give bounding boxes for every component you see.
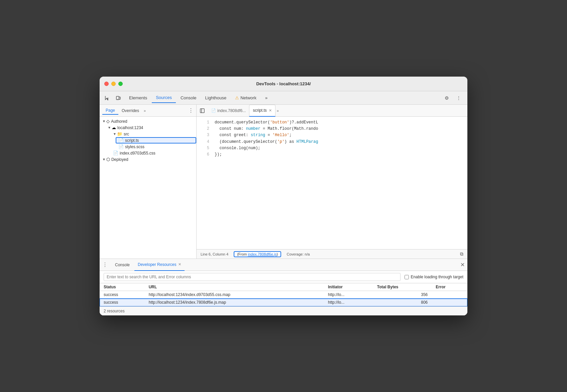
warning-icon: ⚠	[235, 95, 239, 100]
sourcemap-badge: (From index.7808df6e.js)	[234, 251, 281, 257]
open-in-icon[interactable]: ⧉	[460, 251, 463, 257]
code-text: const greet: string = 'Hello';	[215, 132, 292, 138]
sidebar-tab-bar: Page Overrides » ⋮	[100, 105, 196, 117]
code-line-6: 6 });	[197, 152, 467, 158]
tree-item-localhost[interactable]: ▼ ☁ localhost:1234	[105, 124, 196, 131]
search-bar: Enable loading through target	[100, 271, 467, 283]
file-tree: ▼ ◇ Authored ▼ ☁ localhost:1234 ▼ 📁 src	[100, 117, 196, 259]
search-input[interactable]	[104, 273, 401, 281]
tab-console[interactable]: Console	[177, 93, 201, 103]
line-number: 1	[199, 119, 209, 126]
enable-loading-label: Enable loading through target	[405, 275, 463, 279]
col-header-total-bytes: Total Bytes	[373, 283, 432, 291]
window-title: DevTools - localhost:1234/	[256, 81, 311, 86]
tree-item-script-ts[interactable]: 📄 script.ts	[116, 137, 196, 143]
code-tab-bar: 📄 index.7808df6... script.ts ✕ »	[197, 105, 467, 117]
bottom-tab-console[interactable]: Console	[112, 259, 133, 271]
file-scss-icon: 📄	[118, 144, 124, 149]
main-content: Page Overrides » ⋮ ▼ ◇ Authored	[100, 105, 467, 259]
tab-more[interactable]: »	[261, 93, 271, 103]
tab-elements[interactable]: Elements	[125, 93, 151, 103]
dev-resources-panel: Enable loading through target Status URL…	[100, 271, 467, 315]
close-bottom-panel-icon[interactable]: ✕	[460, 262, 465, 268]
triangle-icon: ▼	[102, 158, 106, 161]
line-number: 5	[199, 145, 209, 152]
devtools-tab-actions: ⚙ ⋮	[442, 93, 465, 103]
styles-scss-label: styles.scss	[125, 144, 144, 149]
settings-icon[interactable]: ⚙	[442, 93, 451, 103]
cursor-position: Line 6, Column 4	[201, 252, 228, 256]
tree-item-index-css[interactable]: 📄 index.d9703d55.css	[110, 150, 196, 156]
line-number: 3	[199, 132, 209, 138]
more-options-icon[interactable]: ⋮	[454, 93, 463, 103]
close-tab-icon[interactable]: ✕	[269, 108, 272, 113]
code-text: const num: number = Math.floor(Math.rand…	[215, 126, 318, 132]
table-header-row: Status URL Initiator Total Bytes Error	[100, 283, 467, 291]
devtools-window: DevTools - localhost:1234/ Elements Sour…	[100, 77, 467, 315]
index-css-label: index.d9703d55.css	[120, 151, 155, 156]
cursor-icon[interactable]	[102, 93, 112, 103]
code-text: document.querySelector('button')?.addEve…	[215, 119, 318, 126]
cloud-icon: ☁	[112, 125, 116, 130]
sourcemap-link[interactable]: index.7808df6e.js	[248, 252, 277, 256]
cell-error	[432, 291, 467, 299]
bottom-panel: ⋮ Console Developer Resources ✕ ✕ Enable…	[100, 259, 467, 315]
maximize-button[interactable]	[118, 82, 123, 86]
device-icon[interactable]	[114, 93, 123, 103]
minimize-button[interactable]	[111, 82, 116, 86]
resources-table: Status URL Initiator Total Bytes Error s…	[100, 283, 467, 306]
sidebar-options-icon[interactable]: ⋮	[188, 107, 194, 114]
code-tab-index[interactable]: 📄 index.7808df6...	[208, 105, 249, 117]
code-content: 1 document.querySelector('button')?.addE…	[197, 117, 467, 249]
cell-total-bytes: 356	[373, 291, 432, 299]
tab-network[interactable]: ⚠ Network	[231, 93, 260, 103]
tree-item-deployed[interactable]: ▼ ⬡ Deployed	[100, 156, 196, 163]
code-text: (document.querySelector('p') as HTMLPara…	[215, 139, 318, 145]
resources-count: 2 resources	[100, 306, 467, 315]
code-line-2: 2 const num: number = Math.floor(Math.ra…	[197, 126, 467, 132]
devtools-tab-bar: Elements Sources Console Lighthouse ⚠ Ne…	[100, 91, 467, 105]
sidebar-tab-overrides[interactable]: Overrides	[118, 107, 142, 114]
line-number: 6	[199, 152, 209, 158]
cell-status: success	[100, 299, 145, 306]
bottom-menu-icon[interactable]: ⋮	[102, 262, 108, 268]
col-header-url: URL	[145, 283, 324, 291]
cell-status: success	[100, 291, 145, 299]
folder-icon: 📁	[117, 131, 122, 136]
col-header-error: Error	[432, 283, 467, 291]
table-row[interactable]: success http://localhost:1234/index.d970…	[100, 291, 467, 299]
close-button[interactable]	[104, 82, 109, 86]
file-icon: 📄	[211, 108, 216, 113]
tab-sources[interactable]: Sources	[152, 93, 176, 103]
toggle-sidebar-icon[interactable]	[198, 106, 207, 115]
code-tab-more[interactable]: »	[277, 109, 279, 113]
file-ts-icon: 📄	[118, 138, 124, 143]
tree-item-src[interactable]: ▼ 📁 src	[110, 131, 196, 137]
cell-url: http://localhost:1234/index.d9703d55.css…	[145, 291, 324, 299]
code-text: console.log(num);	[215, 145, 260, 152]
code-panel: 📄 index.7808df6... script.ts ✕ » 1 docum…	[197, 105, 467, 259]
table-row-highlighted[interactable]: success http://localhost:1234/index.7808…	[100, 299, 467, 306]
enable-loading-checkbox[interactable]	[405, 275, 409, 279]
code-tab-script-ts[interactable]: script.ts ✕	[249, 105, 275, 117]
col-header-initiator: Initiator	[324, 283, 373, 291]
tree-item-authored[interactable]: ▼ ◇ Authored	[100, 118, 196, 124]
svg-rect-1	[119, 97, 120, 99]
col-header-status: Status	[100, 283, 145, 291]
titlebar: DevTools - localhost:1234/	[100, 77, 467, 91]
svg-rect-3	[200, 109, 204, 113]
code-line-1: 1 document.querySelector('button')?.addE…	[197, 119, 467, 126]
tab-lighthouse[interactable]: Lighthouse	[201, 93, 231, 103]
triangle-icon: ▼	[113, 132, 116, 136]
code-status-bar: Line 6, Column 4 (From index.7808df6e.js…	[197, 249, 467, 259]
triangle-icon: ▼	[108, 126, 111, 129]
sidebar: Page Overrides » ⋮ ▼ ◇ Authored	[100, 105, 197, 259]
tree-item-styles-scss[interactable]: 📄 styles.scss	[116, 143, 196, 150]
sidebar-tab-page[interactable]: Page	[102, 107, 118, 115]
resources-table-container: Status URL Initiator Total Bytes Error s…	[100, 283, 467, 306]
cell-error	[432, 299, 467, 306]
bottom-tab-dev-resources[interactable]: Developer Resources ✕	[134, 259, 185, 271]
sidebar-tab-more[interactable]: »	[144, 109, 146, 113]
authored-label: Authored	[111, 119, 127, 124]
close-bottom-tab-icon[interactable]: ✕	[178, 262, 181, 267]
